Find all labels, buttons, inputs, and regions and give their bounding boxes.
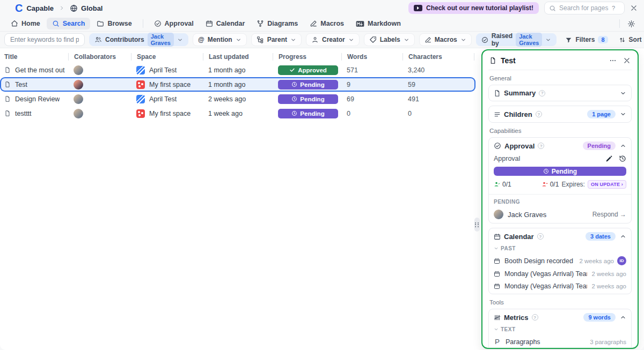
capable-logo[interactable]: C <box>15 3 22 13</box>
chevron-up-icon[interactable] <box>620 143 626 149</box>
summary-header[interactable]: Summary ? <box>494 89 626 97</box>
column-header[interactable]: Characters <box>402 53 474 61</box>
close-icon[interactable] <box>630 4 638 12</box>
section-label-tools: Tools <box>489 299 631 306</box>
panel-resize-handle[interactable] <box>474 218 480 232</box>
group-label: TEXT <box>501 326 516 332</box>
filter-chip-contributors[interactable]: Contributors Jack Graves <box>89 33 188 46</box>
edit-icon[interactable] <box>605 155 612 162</box>
workspace-crumb[interactable]: Global <box>70 4 103 12</box>
tutorial-promo-banner[interactable]: Check out our new tutorial playlist! <box>408 2 539 14</box>
avatar[interactable] <box>74 109 83 118</box>
nav-item-approval[interactable]: Approval <box>149 18 199 29</box>
calendar-group-past[interactable]: PAST <box>494 245 626 251</box>
expires-value-badge[interactable]: ON UPDATE › <box>588 180 626 189</box>
filter-chip-mention[interactable]: @ Mention <box>193 33 247 46</box>
filter-chip-macros[interactable]: Macros <box>419 33 472 46</box>
column-header[interactable]: Title <box>4 53 74 61</box>
nav-item-macros[interactable]: Macros <box>304 18 349 29</box>
search-input[interactable] <box>559 4 609 12</box>
table-row[interactable]: Get the most out of your April Test 1 mo… <box>0 63 475 77</box>
children-header[interactable]: Children ? 1 page <box>494 110 626 118</box>
calendar-header[interactable]: Calendar ? 3 dates <box>494 232 626 241</box>
user-icon <box>311 36 319 43</box>
chevron-up-icon[interactable] <box>620 314 626 321</box>
calendar-event[interactable]: Monday (Vegas Arrival) Team24 Day 1 2 we… <box>494 282 626 290</box>
metric-value: 3 paragraphs <box>590 339 626 345</box>
global-search[interactable]: ? <box>544 2 625 14</box>
avatar <box>494 210 503 219</box>
space-name: My first space <box>149 81 191 88</box>
children-label: Children <box>504 110 532 118</box>
nav-item-home[interactable]: Home <box>5 18 46 29</box>
divider <box>489 194 631 195</box>
filter-chip-raised-by[interactable]: Raised by Jack Graves <box>476 33 557 46</box>
filter-chip-parent[interactable]: Parent <box>251 33 302 46</box>
breadcrumb[interactable]: Capable <box>26 4 54 12</box>
column-header[interactable]: Last updated <box>203 53 278 61</box>
page-icon <box>4 81 11 88</box>
filter-chip-labels[interactable]: Labels <box>364 33 415 46</box>
event-time: 2 weeks ago <box>591 271 626 277</box>
column-header[interactable]: Progress <box>273 53 347 61</box>
keyword-filter-input[interactable] <box>4 33 85 46</box>
nav-item-calendar[interactable]: Calendar <box>200 18 251 29</box>
nav-item-search[interactable]: Search <box>47 18 91 29</box>
page-icon <box>4 66 11 73</box>
nav-label: Macros <box>320 20 344 27</box>
table-row[interactable]: Design Review April Test 2 weeks ago Pen… <box>0 92 475 106</box>
gear-icon[interactable] <box>624 20 639 28</box>
column-header[interactable]: Words <box>341 53 408 61</box>
nav-item-markdown[interactable]: Markdown <box>350 18 406 29</box>
status-badge: Approved <box>278 65 338 75</box>
table-row-selected[interactable]: Test My first space 1 month ago Pending … <box>0 77 475 92</box>
history-icon[interactable] <box>619 155 626 162</box>
calendar-event[interactable]: Monday (Vegas Arrival) Team24 Day 1 2 we… <box>494 270 626 278</box>
column-header[interactable]: Space <box>131 53 208 61</box>
metrics-group-text[interactable]: TEXT <box>494 326 626 332</box>
nav-item-browse[interactable]: Browse <box>91 18 137 29</box>
chip-label: Macros <box>435 36 457 43</box>
funnel-icon <box>565 36 572 43</box>
filters-count-badge: 8 <box>598 36 608 43</box>
approver-count-icon <box>494 181 500 188</box>
home-icon <box>11 20 18 27</box>
chip-value: Jack Graves <box>148 33 174 47</box>
status-badge: Pending <box>278 80 338 90</box>
help-icon: ? <box>537 233 544 240</box>
page-icon <box>494 90 501 97</box>
column-header[interactable]: Collaborators <box>68 53 136 61</box>
pen-icon <box>310 20 317 27</box>
chevron-down-icon <box>404 37 409 43</box>
chevron-up-icon[interactable] <box>620 233 626 240</box>
avatar[interactable] <box>74 94 83 104</box>
filter-chip-creator[interactable]: Creator <box>306 33 360 46</box>
chevron-down-icon[interactable] <box>620 90 626 96</box>
sort-button[interactable]: Sort Created <box>614 33 644 46</box>
page-title: Get the most out of your <box>15 66 65 74</box>
rejector-count-icon <box>541 181 548 188</box>
respond-link[interactable]: Respond → <box>592 211 626 218</box>
page-icon <box>489 57 496 64</box>
event-name: Monday (Vegas Arrival) Team24 Day 1 <box>504 282 587 290</box>
approval-bar-text: Pending <box>552 168 577 175</box>
more-options-icon[interactable] <box>609 57 617 64</box>
approval-header[interactable]: Approval ? Pending <box>494 142 626 150</box>
chevron-down-icon[interactable] <box>620 111 626 117</box>
filter-bar: Contributors Jack Graves @ Mention Paren… <box>0 32 644 48</box>
help-icon: ? <box>532 314 538 321</box>
metrics-header[interactable]: Metrics ? 9 words <box>494 313 626 322</box>
close-panel-icon[interactable] <box>623 57 631 64</box>
markdown-icon <box>356 20 364 27</box>
tree-icon <box>257 36 264 43</box>
children-section: Children ? 1 page <box>488 106 632 123</box>
avatar[interactable] <box>74 80 83 90</box>
calendar-event[interactable]: Booth Design recorded 2 weeks ago ID <box>494 256 626 265</box>
nav-item-diagrams[interactable]: Diagrams <box>251 18 303 29</box>
nav-label: Browse <box>107 20 131 27</box>
avatar[interactable] <box>74 65 83 75</box>
chevron-down-icon <box>545 37 551 43</box>
event-time: 2 weeks ago <box>591 283 626 289</box>
table-row[interactable]: testttt My first space 1 week ago Pendin… <box>0 106 475 121</box>
filters-button[interactable]: Filters 8 <box>561 33 612 46</box>
